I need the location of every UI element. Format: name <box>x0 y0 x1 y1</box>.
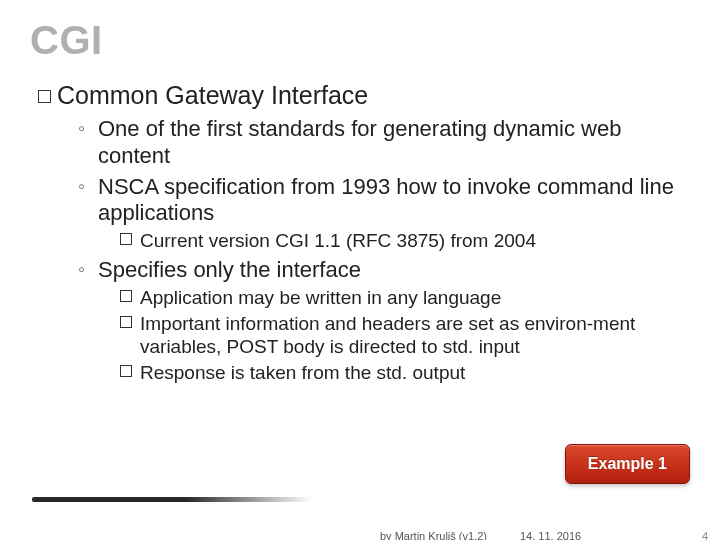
bullet-list: One of the first standards for generatin… <box>78 116 682 385</box>
sub-list: Current version CGI 1.1 (RFC 3875) from … <box>120 229 682 253</box>
list-item-text: Specifies only the interface <box>98 257 361 282</box>
sub-item-text: Current version CGI 1.1 (RFC 3875) from … <box>140 230 536 251</box>
sub-item-text: Response is taken from the std. output <box>140 362 465 383</box>
sub-list: Application may be written in any langua… <box>120 286 682 385</box>
square-bullet-icon <box>120 316 132 328</box>
sub-list-item: Current version CGI 1.1 (RFC 3875) from … <box>120 229 682 253</box>
example-button[interactable]: Example 1 <box>565 444 690 484</box>
sub-list-item: Important information and headers are se… <box>120 312 682 360</box>
square-bullet-icon <box>38 90 51 103</box>
sub-item-text: Application may be written in any langua… <box>140 287 501 308</box>
square-bullet-icon <box>120 365 132 377</box>
slide-heading: Common Gateway Interface <box>38 81 692 110</box>
slide-title: CGI <box>30 18 692 63</box>
square-bullet-icon <box>120 233 132 245</box>
sub-item-text: Important information and headers are se… <box>140 313 635 358</box>
sub-list-item: Response is taken from the std. output <box>120 361 682 385</box>
square-bullet-icon <box>120 290 132 302</box>
decorative-underline <box>32 497 312 502</box>
footer-date: 14. 11. 2016 <box>520 530 581 540</box>
list-item-text: NSCA specification from 1993 how to invo… <box>98 174 674 226</box>
list-item: Specifies only the interface Application… <box>78 257 682 385</box>
footer-page-number: 4 <box>702 530 708 540</box>
heading-text: Common Gateway Interface <box>57 81 368 109</box>
sub-list-item: Application may be written in any langua… <box>120 286 682 310</box>
list-item: One of the first standards for generatin… <box>78 116 682 170</box>
footer-author: by Martin Kruliš (v1.2) <box>380 530 487 540</box>
list-item: NSCA specification from 1993 how to invo… <box>78 174 682 253</box>
list-item-text: One of the first standards for generatin… <box>98 116 621 168</box>
